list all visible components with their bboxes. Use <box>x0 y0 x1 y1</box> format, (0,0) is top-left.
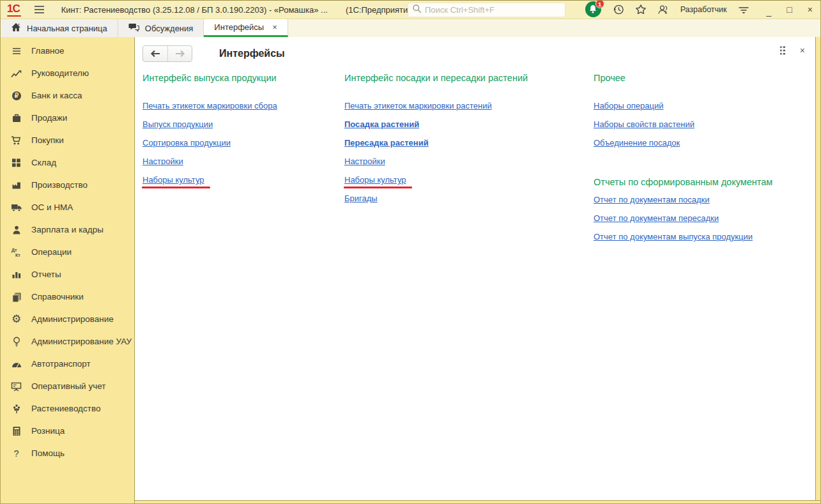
interfaces-page: × Интерфейсы <box>135 37 815 500</box>
close-form-button[interactable]: × <box>800 46 805 55</box>
bar-chart-icon <box>10 270 22 279</box>
sidebar-item-rastenievodstvo[interactable]: Растениеводство <box>1 397 134 420</box>
link-pechat-etiketok-rasteniy[interactable]: Печать этикеток маркировки растений <box>344 101 492 111</box>
calculator-icon <box>10 426 22 436</box>
1c-logo: 1С <box>7 3 20 17</box>
tab-label: Обсуждения <box>145 24 194 33</box>
link-otchet-vypuska-produkcii[interactable]: Отчет по документам выпуска продукции <box>594 232 753 241</box>
cart-icon <box>10 135 22 146</box>
menu-icon <box>10 46 22 56</box>
global-search[interactable] <box>408 3 565 17</box>
section-vypusk-produkcii: Интерфейс выпуска продукции Печать этике… <box>142 73 344 249</box>
titlebar: 1С Кинт: Растениеводство (3.25.12.08 / Б… <box>1 1 820 19</box>
sidebar-item-proizvodstvo[interactable]: Производство <box>1 174 134 196</box>
factory-icon <box>10 180 22 190</box>
notifications-button[interactable]: 1 <box>585 1 602 18</box>
truck-icon <box>10 202 22 212</box>
tools-menu-icon[interactable] <box>738 5 749 15</box>
user-role-label[interactable]: Разработчик <box>680 5 727 14</box>
tab-label: Интерфейсы <box>214 22 264 32</box>
plant-icon <box>10 404 22 414</box>
app-name: (1С:Предприятие) <box>346 5 415 15</box>
sidebar-item-operativnyy-uchet[interactable]: Оперативный учет <box>1 375 134 397</box>
sidebar-item-sklad[interactable]: Склад <box>1 151 134 174</box>
maximize-button[interactable]: □ <box>786 5 792 14</box>
link-nabory-kultur-vypusk[interactable]: Наборы культур <box>142 175 204 185</box>
sidebar: Главное Руководителю ₽ Банк и касса Прод… <box>1 37 135 503</box>
users-icon[interactable] <box>657 4 670 15</box>
sidebar-item-prodazhi[interactable]: Продажи <box>1 107 134 129</box>
bulb-icon <box>10 337 22 347</box>
question-icon: ? <box>10 448 22 459</box>
link-sortirovka-produkcii[interactable]: Сортировка продукции <box>142 138 231 148</box>
sidebar-item-bank-i-kassa[interactable]: ₽ Банк и касса <box>1 84 134 107</box>
tab-bar: Начальная страница Обсуждения Интерфейсы… <box>1 19 820 37</box>
svg-text:Кт: Кт <box>15 253 20 257</box>
link-brigady[interactable]: Бригады <box>344 194 378 203</box>
section-header: Прочее <box>594 73 815 83</box>
sidebar-item-pokupki[interactable]: Покупки <box>1 129 134 151</box>
app-window: 1С Кинт: Растениеводство (3.25.12.08 / Б… <box>0 0 821 504</box>
tab-label: Начальная страница <box>27 24 107 33</box>
link-nastroyki-posadki[interactable]: Настройки <box>344 157 385 166</box>
link-obedinenie-posadok[interactable]: Объединение посадок <box>594 138 680 148</box>
sidebar-item-rukovoditelyu[interactable]: Руководителю <box>1 62 134 84</box>
more-actions-icon[interactable] <box>779 45 786 56</box>
sidebar-item-operatsii[interactable]: ДтКт Операции <box>1 241 134 263</box>
link-posadka-rasteniy[interactable]: Посадка растений <box>344 119 419 129</box>
sidebar-item-glavnoe[interactable]: Главное <box>1 40 134 62</box>
sidebar-item-administrirovanie[interactable]: ⚙ Администрирование <box>1 308 134 330</box>
window-title: Кинт: Растениеводство (3.25.12.08 / БП 3… <box>61 5 328 15</box>
search-icon <box>412 4 422 16</box>
section-otchety-po-dokumentam: Отчеты по сформированным документам Отче… <box>594 177 815 242</box>
board-icon <box>10 381 22 392</box>
link-nabory-operatsiy[interactable]: Наборы операций <box>594 101 663 111</box>
gear-icon: ⚙ <box>10 314 22 325</box>
home-icon <box>11 22 21 34</box>
close-window-button[interactable]: × <box>808 5 813 14</box>
sidebar-item-os-i-nma[interactable]: ОС и НМА <box>1 196 134 218</box>
sidebar-item-avtotransport[interactable]: Автотранспорт <box>1 353 134 375</box>
discussions-icon <box>128 22 139 34</box>
section-header: Интерфейс посадки и пересадки растений <box>344 73 594 83</box>
notification-badge: 1 <box>595 0 604 8</box>
dt-kt-icon: ДтКт <box>10 247 22 257</box>
link-nabory-kultur-posadka[interactable]: Наборы культур <box>344 175 406 185</box>
sidebar-item-roznitsa[interactable]: Розница <box>1 420 134 442</box>
sidebar-item-zarplata-i-kadry[interactable]: Зарплата и кадры <box>1 218 134 241</box>
search-input[interactable] <box>425 5 561 15</box>
link-nastroyki-vypuska[interactable]: Настройки <box>142 157 183 166</box>
sidebar-item-pomoshch[interactable]: ? Помощь <box>1 442 134 464</box>
page-title: Интерфейсы <box>219 48 285 59</box>
warehouse-icon <box>10 158 22 167</box>
ruble-icon: ₽ <box>10 91 22 101</box>
sidebar-item-spravochniki[interactable]: Справочники <box>1 286 134 308</box>
briefcase-icon <box>10 113 22 123</box>
tab-interfaces[interactable]: Интерфейсы × <box>204 19 288 37</box>
right-frame-strip <box>815 37 820 500</box>
speedometer-icon <box>10 360 22 368</box>
sidebar-item-otchety[interactable]: Отчеты <box>1 263 134 286</box>
link-vypusk-produkcii[interactable]: Выпуск продукции <box>142 119 213 129</box>
history-nav-buttons <box>142 45 192 62</box>
link-peresadka-rasteniy[interactable]: Пересадка растений <box>344 138 429 148</box>
link-pechat-etiketok-sbora[interactable]: Печать этикеток маркировки сбора <box>142 101 277 111</box>
link-otchet-peresadki[interactable]: Отчет по документам пересадки <box>594 213 719 223</box>
section-header: Отчеты по сформированным документам <box>594 177 815 187</box>
sidebar-item-administrirovanie-uau[interactable]: Администрирование УАУ <box>1 330 134 353</box>
main-menu-icon[interactable] <box>34 5 45 14</box>
forward-button[interactable] <box>167 46 192 61</box>
tab-home[interactable]: Начальная страница <box>1 19 118 37</box>
section-posadka-peresadka: Интерфейс посадки и пересадки растений П… <box>344 73 594 249</box>
favorites-star-icon[interactable] <box>635 4 647 15</box>
person-icon <box>10 225 22 235</box>
history-icon[interactable] <box>613 4 624 15</box>
link-otchet-posadki[interactable]: Отчет по документам посадки <box>594 195 710 204</box>
tab-discussions[interactable]: Обсуждения <box>118 19 204 37</box>
section-header: Интерфейс выпуска продукции <box>142 73 344 83</box>
link-nabory-svoystv-rasteniy[interactable]: Наборы свойств растений <box>594 119 694 129</box>
back-button[interactable] <box>143 46 167 61</box>
tab-close-icon[interactable]: × <box>272 22 277 32</box>
trend-chart-icon <box>10 69 22 78</box>
minimize-button[interactable]: _ <box>767 7 772 16</box>
